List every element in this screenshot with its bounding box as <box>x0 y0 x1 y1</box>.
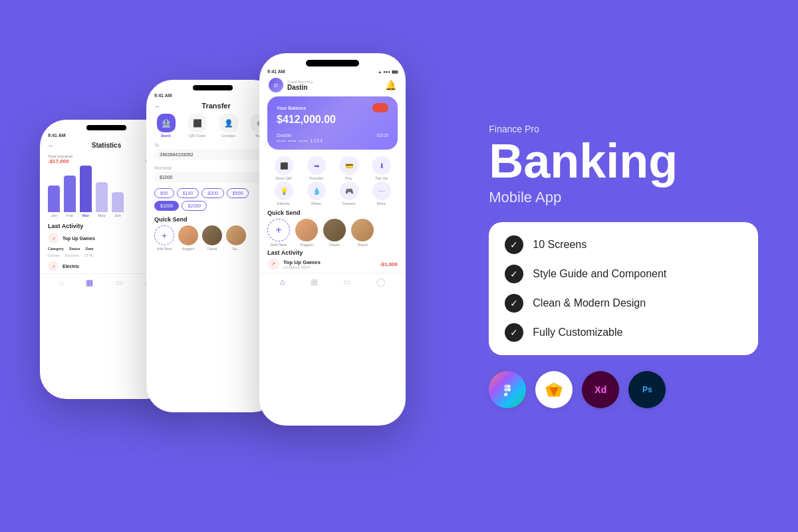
activity-icon-2: ↗ <box>48 261 59 271</box>
phone-main: 9:41 AM ▲●●●▮▮▮ D Good Morning Dastin 🔔 … <box>259 53 406 426</box>
p3-avatar-saput <box>351 219 374 241</box>
p3-anggen[interactable]: Anggen <box>295 219 318 247</box>
back-arrow-transfer[interactable]: ← <box>154 102 161 110</box>
action-topup[interactable]: ⬇ Top Up <box>372 156 391 180</box>
p3-nav-profile-icon[interactable]: ◯ <box>376 277 385 287</box>
chip-200[interactable]: $200 <box>201 188 224 198</box>
action-electric[interactable]: 💡 Electric <box>275 182 293 205</box>
electric-icon: 💡 <box>275 182 293 200</box>
p3-saput[interactable]: Saput <box>351 219 374 247</box>
water-icon: 💧 <box>307 182 326 200</box>
action-water[interactable]: 💧 Water <box>307 182 326 205</box>
tab-contact[interactable]: 👤 Contact <box>219 114 238 138</box>
nominal-input[interactable]: $1000 <box>154 172 271 183</box>
check-icon-style-guide: ✓ <box>505 265 523 283</box>
quick-send-title: Quick Send <box>154 216 271 223</box>
p3-act-info: Top Up Games 13 March 2024 <box>283 259 376 269</box>
back-arrow-icon[interactable]: ← <box>48 142 55 149</box>
feature-style-guide: ✓ Style Guide and Component <box>505 265 742 283</box>
action-scan-qr[interactable]: ⬛ Scan QR <box>275 156 293 180</box>
phone3-activity-item: ↗ Top Up Games 13 March 2024 -$1,000 <box>267 258 398 270</box>
qs-david[interactable]: David <box>202 225 222 251</box>
p3-act-amount: -$1,000 <box>380 261 398 267</box>
bar-feb: Feb <box>64 176 76 217</box>
check-icon-customizable: ✓ <box>505 323 523 342</box>
phone1-notch <box>86 125 126 130</box>
to-input[interactable]: 3462884103092 <box>154 149 271 160</box>
p3-act-icon: ↗ <box>267 258 279 270</box>
figma-icon <box>489 371 526 408</box>
feature-text-style-guide: Style Guide and Component <box>533 268 666 280</box>
p3-nav-chart-icon[interactable]: ▦ <box>311 277 318 287</box>
balance-toggle[interactable] <box>372 103 388 112</box>
brand-label: Finance Pro <box>489 124 758 134</box>
bar-jan: Jan <box>48 186 60 217</box>
action-row-1: ⬛ Scan QR ➡ Transfer 💳 Pay ⬇ Top Up <box>259 152 406 182</box>
activity-icon-1: ↗ <box>48 233 59 243</box>
balance-card-header: Your Balance <box>277 103 388 112</box>
nav-home-icon[interactable]: ⌂ <box>59 278 64 287</box>
tab-qr[interactable]: ⬛ QR Code <box>188 114 207 138</box>
features-card: ✓ 10 Screens ✓ Style Guide and Component… <box>489 222 758 355</box>
card-expiry: 03/29 <box>376 133 388 138</box>
app-title: Banking <box>489 137 758 185</box>
phone3-notch <box>306 60 359 66</box>
tab-bank[interactable]: 🏦 Bank <box>157 114 176 138</box>
photoshop-icon: Ps <box>628 371 666 408</box>
user-greeting: D Good Morning Dastin <box>269 78 313 92</box>
user-avatar: D <box>269 78 283 92</box>
bank-icon: 🏦 <box>157 114 176 132</box>
qr-icon: ⬛ <box>188 114 207 132</box>
qs-sa[interactable]: Sa... <box>226 225 246 251</box>
qs-add-new[interactable]: + Add New <box>154 225 174 251</box>
phone3-header: D Good Morning Dastin 🔔 <box>259 75 406 94</box>
chip-2000[interactable]: $2000 <box>182 201 206 211</box>
greeting-text: Good Morning Dastin <box>287 80 313 91</box>
topup-icon: ⬇ <box>372 156 391 175</box>
card-bottom: Dastin •••• •••• •••• 1234 03/29 <box>277 127 388 143</box>
avatar-david <box>202 225 222 245</box>
avatar-sa <box>226 225 246 245</box>
activity-info-2: Electric <box>63 264 153 269</box>
nav-chart-icon[interactable]: ▦ <box>86 278 93 287</box>
action-pay[interactable]: 💳 Pay <box>340 156 358 180</box>
p3-add-new[interactable]: + Add New <box>267 219 290 247</box>
games-icon: 🎮 <box>340 182 358 200</box>
info-panel: Finance Pro Banking Mobile App ✓ 10 Scre… <box>475 124 758 408</box>
scan-qr-icon: ⬛ <box>275 156 293 175</box>
chip-100[interactable]: $100 <box>177 188 200 198</box>
balance-card: Your Balance $412,000.00 Dastin •••• •••… <box>267 96 398 150</box>
transfer-icon: ➡ <box>307 156 326 175</box>
card-info: Dastin •••• •••• •••• 1234 <box>277 127 323 143</box>
balance-amount: $412,000.00 <box>277 114 388 126</box>
check-icon-screens: ✓ <box>505 235 523 254</box>
phone3-quick-send: Quick Send + Add New Anggen David <box>259 208 406 247</box>
action-more[interactable]: ⋯ More <box>372 182 391 205</box>
bar-jun: Jun <box>112 192 124 217</box>
p3-david[interactable]: David <box>323 219 346 247</box>
avatar-anggen <box>178 225 198 245</box>
feature-text-design: Clean & Modern Design <box>533 297 646 309</box>
phone2-notch <box>193 85 233 90</box>
qs-anggen[interactable]: Anggen <box>178 225 198 251</box>
chip-50[interactable]: $50 <box>154 188 174 198</box>
action-transfer[interactable]: ➡ Transfer <box>307 156 326 180</box>
p3-nav-card-icon[interactable]: ▭ <box>343 277 350 287</box>
bar-may: May <box>96 182 108 217</box>
chip-500[interactable]: $500 <box>227 188 249 198</box>
nav-card-icon[interactable]: ▭ <box>116 278 123 287</box>
pay-icon: 💳 <box>340 156 358 175</box>
sketch-icon <box>535 371 573 408</box>
phone3-status: 9:41 AM ▲●●●▮▮▮ <box>259 66 406 75</box>
main-container: 9:41 AM ▲●●●▮▮ ← Statistics Total Expans… <box>0 0 798 532</box>
feature-design: ✓ Clean & Modern Design <box>505 294 742 313</box>
more-dots-icon: ⋯ <box>372 182 391 200</box>
add-new-icon: + <box>154 225 174 245</box>
p3-nav-home-icon[interactable]: ⌂ <box>280 277 285 287</box>
p3-avatar-anggen <box>295 219 318 241</box>
action-games[interactable]: 🎮 Games <box>340 182 358 205</box>
transfer-title: Transfer <box>161 102 271 110</box>
activity-info-1: Top Up Games <box>63 236 153 241</box>
notification-bell-icon[interactable]: 🔔 <box>385 80 396 90</box>
chip-1000[interactable]: $1000 <box>154 201 179 211</box>
